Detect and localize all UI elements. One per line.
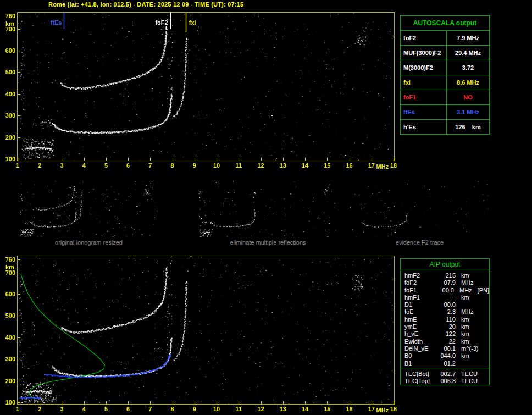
aip-param-unit: MHz	[461, 279, 474, 286]
autoscala-row-fxl: fxl8.6 MHz	[401, 75, 489, 90]
aip-row-b0: B0044.0km	[401, 352, 489, 359]
aip-param-value: 20	[436, 323, 456, 330]
y-tick-label: 760	[0, 256, 15, 263]
autoscala-row-label: foF2	[401, 31, 447, 45]
x-tick-label: 13	[277, 406, 289, 412]
aip-output-table: AIP output hmF2215kmfoF207.9MHzfoF100.0M…	[400, 258, 490, 385]
y-tick-label: 700	[0, 26, 15, 32]
y-axis-unit-label: km	[0, 264, 14, 270]
aip-row-b1: B101.2	[401, 360, 489, 367]
aip-param-name: hmE	[404, 316, 436, 323]
x-tick-label: 17	[365, 162, 378, 169]
aip-param-unit: km	[461, 352, 469, 359]
x-tick-label: 6	[122, 162, 134, 169]
aip-param-name: TEC[Bot]	[404, 370, 436, 378]
x-tick-label: 17	[365, 406, 378, 412]
y-tick-label: 200	[0, 134, 15, 141]
aip-row-hme: hmE110km	[401, 316, 489, 323]
x-tick-label: 5	[100, 162, 112, 169]
ionogram-top-canvas	[18, 13, 394, 161]
aip-row-fof1: foF100.0MHz[PN]	[401, 287, 489, 294]
aip-param-unit: MHz	[459, 287, 472, 294]
aip-param-unit: m^(-3)	[461, 345, 478, 352]
x-tick-label: 9	[189, 406, 201, 412]
x-tick-label: 18	[387, 406, 400, 412]
autoscala-row-m-3000-f2: M(3000)F23.72	[401, 60, 489, 75]
aip-param-value: 044.0	[436, 352, 456, 359]
x-tick-label: 12	[255, 406, 267, 412]
aip-row-h-ve: h_vE122km	[401, 330, 489, 337]
y-tick-label: 500	[0, 69, 15, 75]
autoscala-row-muf-3000-f2: MUF(3000)F229.4 MHz	[401, 45, 489, 60]
thumbnail-eliminate-canvas	[198, 181, 337, 237]
x-tick-label: 7	[144, 162, 156, 169]
aip-param-note: [PN]	[478, 287, 489, 294]
thumbnail-original-ionogram	[19, 181, 158, 237]
x-tick-label: 13	[277, 162, 289, 169]
thumbnail-evidence-f2	[350, 181, 489, 237]
aip-param-value: 22	[436, 338, 456, 345]
y-tick-label: 600	[0, 47, 15, 54]
aip-param-unit: km	[461, 323, 469, 330]
autoscala-table-title: AUTOSCALA output	[401, 16, 489, 30]
aip-param-unit: MHz	[461, 308, 474, 316]
x-tick-label: 1	[12, 406, 24, 412]
aip-param-name: h_vE	[404, 330, 436, 337]
aip-param-unit: km	[461, 330, 469, 337]
aip-row-hmf2: hmF2215km	[401, 272, 489, 279]
aip-param-value: 01.2	[436, 360, 456, 367]
y-tick-label: 200	[0, 378, 15, 384]
aip-param-name: foF2	[404, 279, 436, 286]
aip-param-value: 00.1	[436, 345, 456, 352]
aip-param-value: 00.0	[436, 301, 456, 308]
y-axis-unit-label: km	[0, 20, 14, 27]
thumbnail-original-canvas	[19, 181, 158, 237]
autoscala-row-label: MUF(3000)F2	[401, 46, 447, 60]
x-tick-label: 16	[343, 162, 356, 169]
x-tick-label: 3	[56, 162, 68, 169]
aip-param-value: ---	[436, 294, 456, 301]
aip-param-value: 00.0	[435, 287, 454, 294]
aip-param-name: hmF2	[404, 272, 436, 279]
y-tick-label: 400	[0, 334, 15, 341]
x-axis-unit-label: MHz	[374, 407, 391, 413]
autoscala-app-screen: Rome (lat: +41.8, lon: 012.5) - DATE: 20…	[0, 0, 532, 415]
y-tick-label: 500	[0, 312, 15, 319]
autoscala-row-value: 3.72	[447, 60, 489, 75]
x-tick-label: 15	[321, 406, 333, 412]
aip-param-unit: TECU	[461, 370, 478, 378]
autoscala-row-value: 3.1 MHz	[447, 105, 489, 119]
y-tick-label: 300	[0, 112, 15, 119]
x-tick-label: 12	[255, 162, 267, 169]
x-tick-label: 18	[387, 162, 400, 169]
x-tick-label: 7	[144, 406, 156, 412]
aip-table-title: AIP output	[401, 259, 489, 270]
aip-param-name: DelN_vE	[404, 345, 436, 352]
aip-param-unit: km	[461, 316, 469, 323]
autoscala-table-rows: foF27.9 MHzMUF(3000)F229.4 MHzM(3000)F23…	[401, 30, 489, 134]
aip-param-value: 110	[436, 316, 456, 323]
x-tick-label: 14	[299, 162, 311, 169]
y-tick-label: 100	[0, 156, 15, 162]
aip-param-name: B1	[404, 360, 436, 367]
aip-param-unit: km	[461, 272, 469, 279]
x-tick-label: 11	[232, 162, 245, 169]
y-tick-label: 760	[0, 13, 15, 19]
y-tick-label: 700	[0, 269, 15, 276]
aip-param-unit: km	[461, 338, 469, 345]
aip-row-d1: D100.0	[401, 301, 489, 308]
x-tick-label: 16	[343, 406, 356, 412]
aip-row-tec-top-: TEC[Top]006.8TECU	[401, 378, 489, 385]
autoscala-row-label: fxl	[401, 75, 447, 90]
aip-param-name: foF1	[404, 287, 435, 294]
aip-row-yme: ymE20km	[401, 323, 489, 330]
thumbnail-caption-eliminate: eliminate multiple reflections	[198, 239, 337, 246]
aip-param-unit: km	[461, 294, 469, 301]
autoscala-row-ftes: ftEs3.1 MHz	[401, 104, 489, 119]
aip-param-value: 07.9	[436, 279, 456, 286]
autoscala-row-fof1: foF1NO	[401, 90, 489, 104]
aip-separator-line	[401, 369, 489, 369]
x-tick-label: 11	[232, 406, 245, 412]
y-tick-label: 600	[0, 291, 15, 297]
autoscala-row-value: 8.6 MHz	[447, 75, 489, 90]
